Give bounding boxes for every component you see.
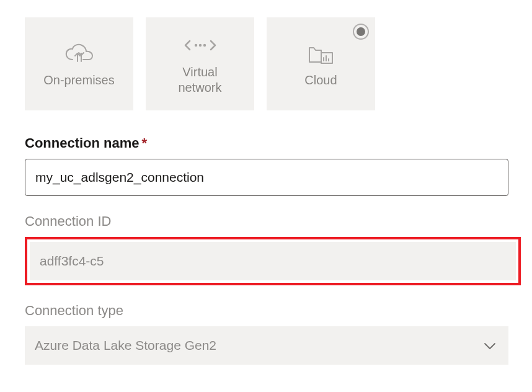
tile-cloud[interactable]: Cloud [267, 17, 375, 110]
connection-type-label: Connection type [25, 303, 507, 319]
connection-id-highlight: adff3fc4-c5 [25, 237, 521, 285]
connection-id-label: Connection ID [25, 213, 507, 229]
tile-label: Virtual network [178, 65, 221, 96]
cloud-sync-icon [61, 40, 98, 66]
svg-point-1 [198, 44, 201, 47]
label-text: Connection name [25, 135, 140, 151]
tile-on-premises[interactable]: On-premises [25, 17, 133, 110]
cloud-folder-icon [303, 40, 340, 66]
selected-radio-icon [353, 24, 369, 40]
svg-point-2 [203, 44, 205, 47]
svg-point-0 [194, 44, 197, 47]
connection-type-field: Connection type Azure Data Lake Storage … [25, 303, 507, 365]
connection-id-value: adff3fc4-c5 [30, 242, 516, 280]
virtual-network-icon [182, 32, 219, 58]
connection-type-select[interactable]: Azure Data Lake Storage Gen2 [25, 326, 508, 365]
connection-id-field: Connection ID [25, 213, 507, 229]
connection-name-field: Connection name* [25, 135, 507, 196]
connection-name-label: Connection name* [25, 135, 507, 151]
tile-virtual-network[interactable]: Virtual network [146, 17, 254, 110]
required-asterisk: * [142, 135, 148, 151]
tile-label: On-premises [43, 73, 114, 88]
chevron-down-icon [484, 338, 496, 353]
connection-id-text: adff3fc4-c5 [40, 254, 104, 269]
gateway-type-tiles: On-premises Virtual network Cloud [25, 17, 507, 110]
tile-label: Cloud [304, 73, 337, 88]
connection-name-input[interactable] [25, 159, 508, 196]
connection-type-value: Azure Data Lake Storage Gen2 [35, 338, 216, 353]
